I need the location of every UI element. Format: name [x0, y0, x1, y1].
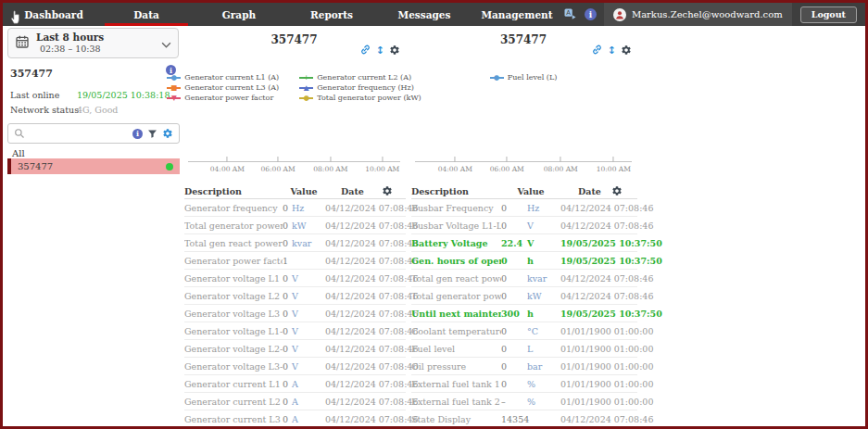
user-email: Markus.Zechel@woodward.com [632, 9, 783, 19]
legend-item[interactable]: ■ Generator current L3 (A) [167, 82, 279, 93]
table-row: Busbar Voltage L1-L2 0 V 04/12/2024 07:0… [411, 217, 637, 234]
x-axis: 04:00 AM 06:00 AM 08:00 AM 10:00 AM [415, 157, 632, 181]
nav-tab[interactable]: Management [471, 3, 563, 26]
legend-item[interactable]: ▲ Generator frequency (Hz) [299, 82, 421, 93]
table-row: Generator voltage L2-N 0V 04/12/2024 07:… [184, 340, 406, 358]
search-info-icon[interactable]: i [132, 129, 143, 139]
online-status-dot [166, 163, 173, 170]
translate-icon[interactable]: A [563, 7, 577, 21]
table-body: Busbar Frequency 0 Hz 04/12/2024 07:08:4… [411, 199, 637, 428]
table-header: Description Value Date [184, 183, 406, 199]
legend-marker-icon: + [299, 73, 313, 82]
legend-label: Total generator power (kW) [317, 94, 421, 102]
legend-item[interactable]: + Generator current L2 (A) [299, 72, 421, 82]
table-row: Generator voltage L2 – L3 0V 04/12/2024 … [184, 287, 406, 305]
table-row: Total generator power 0 kW 04/12/2024 07… [411, 287, 637, 305]
col-date: Date [312, 186, 393, 196]
nav-tab-label: Data [133, 9, 159, 20]
search-gear-icon[interactable] [162, 128, 173, 139]
x-axis-tick: 04:00 AM [438, 157, 472, 173]
table-row: Generator current L3 0A 04/12/2024 07:08… [184, 410, 406, 428]
device-list-item-label: 357477 [18, 161, 53, 171]
legend-label: Generator frequency (Hz) [317, 83, 414, 92]
nav-tab[interactable]: Reports [285, 3, 378, 26]
search-input[interactable] [30, 129, 128, 139]
app-window: Dashboard Data Graph Reports Messages [0, 0, 868, 429]
col-description: Description [411, 186, 501, 196]
expand-icon[interactable]: ↕ [608, 45, 616, 56]
nav-tab[interactable]: Messages [378, 3, 471, 26]
search-icon [14, 125, 25, 143]
hand-cursor-icon [8, 6, 25, 25]
legend-item[interactable]: ● Total generator power (kW) [299, 93, 421, 103]
table-gear-icon[interactable] [611, 185, 623, 198]
nav-tab-label: Messages [398, 9, 451, 20]
table-row: Generator voltage L1-N 0V 04/12/2024 07:… [184, 322, 406, 340]
legend-label: Generator current L3 (A) [184, 83, 279, 92]
legend-label: Generator current L1 (A) [184, 73, 279, 82]
x-axis-tick: 10:00 AM [597, 157, 631, 173]
table-row: Fuel level 0 L 01/01/1900 01:00:00 [411, 340, 637, 358]
table-row: Battery Voltage 22.4 V 19/05/2025 10:37:… [411, 234, 637, 252]
top-nav: Dashboard Data Graph Reports Messages [3, 3, 865, 26]
chart-legend: ● Fuel level (L) [409, 72, 637, 103]
nav-tab[interactable]: Data [100, 3, 193, 26]
nav-tab[interactable]: Graph [193, 3, 285, 26]
device-list-item[interactable]: 357477 [7, 158, 180, 174]
table-row: Generator power factor 1 04/12/2024 07:0… [184, 252, 406, 270]
device-group-label: All [12, 148, 25, 158]
x-axis: 04:00 AM 06:00 AM 08:00 AM 10:00 AM [188, 157, 400, 181]
range-title: Last 8 hours [36, 32, 155, 44]
date-range-picker[interactable]: Last 8 hours 02:38 – 10:38 [7, 28, 179, 58]
logout-button[interactable]: Logout [800, 6, 857, 23]
device-title: 357477 [10, 68, 53, 80]
calendar-icon [15, 34, 30, 53]
last-online-label: Last online [10, 90, 59, 100]
x-axis-tick: 08:00 AM [313, 157, 347, 173]
table-row: Total generator power 0kW 04/12/2024 07:… [184, 217, 406, 234]
link-icon[interactable] [591, 42, 603, 59]
table-row: Generator voltage L3-N 0V 04/12/2024 07:… [184, 358, 406, 375]
chart-gear-icon[interactable] [389, 42, 400, 59]
col-description: Description [184, 186, 283, 196]
network-status-value: 4G, Good [77, 105, 118, 115]
expand-icon[interactable]: ↕ [376, 45, 384, 56]
last-online-value: 19/05/2025 10:38:18 [77, 90, 170, 100]
table-gear-icon[interactable] [382, 185, 393, 198]
table-row: Generator voltage L3 – L1 0V 04/12/2024 … [184, 305, 406, 322]
chart-panel-1: 357477 ↕ ● Generator current L1 (A) [182, 28, 406, 426]
table-row: Coolant temperature 0 °C 01/01/1900 01:0… [411, 322, 637, 340]
user-account[interactable]: Markus.Zechel@woodward.com [604, 3, 792, 26]
range-subtitle: 02:38 – 10:38 [36, 44, 155, 55]
table-row: Busbar Frequency 0 Hz 04/12/2024 07:08:4… [411, 199, 637, 217]
x-axis-tick: 06:00 AM [490, 157, 524, 173]
legend-marker-icon: ■ [167, 83, 181, 92]
avatar-icon [613, 8, 626, 21]
nav-tabs: Dashboard Data Graph Reports Messages [3, 3, 563, 26]
table-body: Generator frequency 0Hz 04/12/2024 07:08… [184, 199, 406, 428]
legend-item[interactable]: ● Generator current L1 (A) [167, 72, 279, 82]
x-axis-tick: 10:00 AM [365, 157, 399, 173]
table-row: External fuel tank 2 – % 01/01/1900 01:0… [411, 393, 637, 410]
chart-panel-2: 357477 ↕ ● Fuel level (L) [409, 28, 637, 426]
x-axis-tick: 04:00 AM [210, 157, 245, 173]
table-header: Description Value Date [411, 183, 637, 199]
chart-gear-icon[interactable] [621, 42, 632, 59]
chevron-down-icon [161, 34, 171, 52]
nav-right-cluster: A i Markus.Zechel@woodward.com Logout [563, 3, 865, 26]
data-table-2: Description Value Date Busbar Frequency … [411, 183, 637, 428]
table-row: External fuel tank 1 0 % 01/01/1900 01:0… [411, 375, 637, 393]
table-row: State Display 14354 04/12/2024 07:08:46 [411, 410, 637, 428]
nav-tab-label: Management [481, 9, 552, 20]
link-icon[interactable] [359, 42, 371, 59]
filter-icon[interactable] [147, 129, 157, 139]
legend-marker-icon: ▲ [299, 83, 313, 92]
info-icon[interactable]: i [585, 8, 597, 20]
nav-tab-label: Reports [310, 9, 353, 20]
legend-label: Fuel level (L) [508, 73, 558, 82]
legend-item[interactable]: ● Fuel level (L) [490, 72, 558, 82]
data-table-1: Description Value Date Generator frequen… [184, 183, 406, 428]
legend-item[interactable]: ▼ Generator power factor [167, 93, 279, 103]
legend-label: Generator current L2 (A) [317, 73, 411, 82]
nav-tab-label: Graph [222, 9, 256, 20]
